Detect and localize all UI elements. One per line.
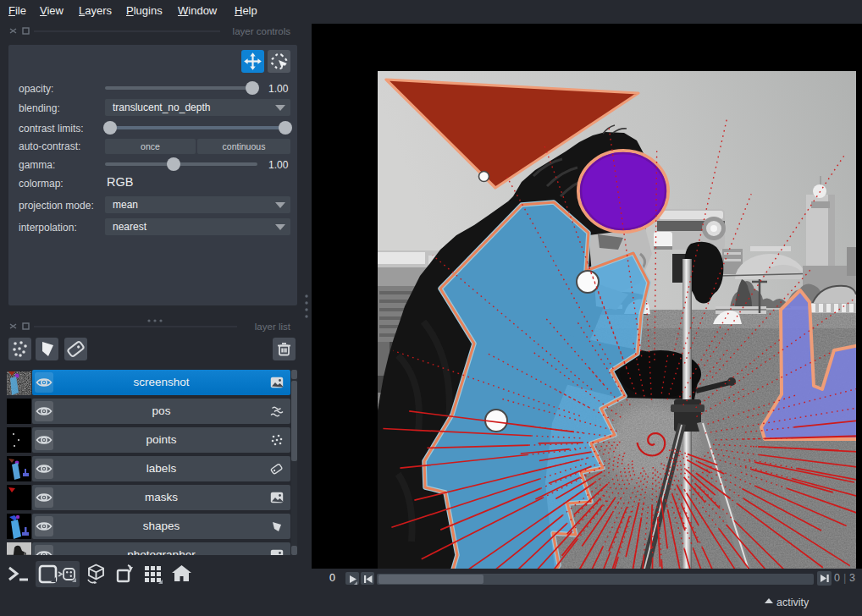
svg-text:activity: activity bbox=[776, 597, 810, 608]
svg-text:layer controls: layer controls bbox=[233, 26, 291, 36]
svg-text:layer list: layer list bbox=[255, 322, 291, 332]
